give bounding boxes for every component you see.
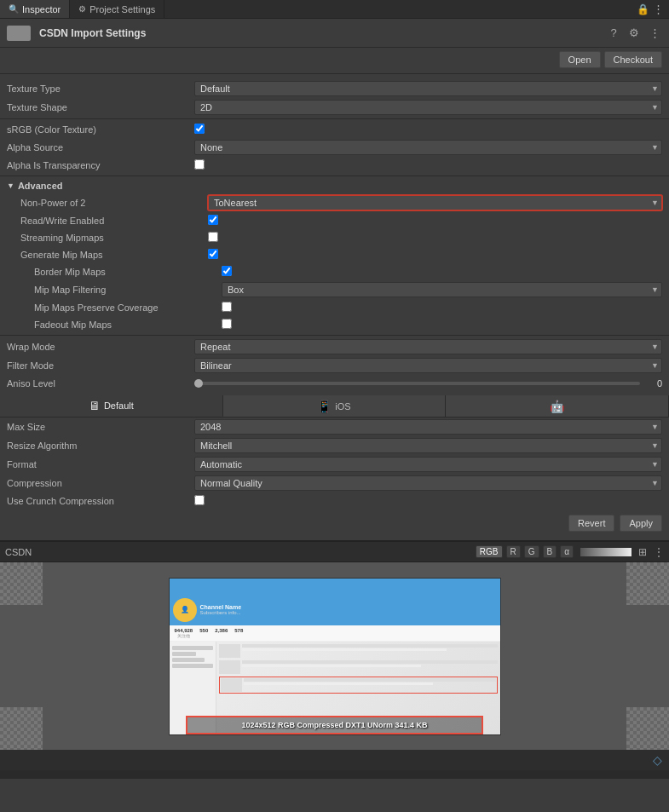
mip-filtering-select[interactable]: Box Kaiser — [222, 282, 662, 297]
stat-3: 2,386 — [215, 628, 228, 638]
mip-filtering-value: Box Kaiser ▼ — [222, 282, 662, 297]
platform-tab-default[interactable]: 🖥 Default — [0, 395, 223, 417]
channel-b-button[interactable]: B — [543, 545, 557, 558]
lock-icon[interactable]: 🔒 — [637, 3, 649, 15]
divider-4 — [0, 335, 669, 336]
preview-toolbar: CSDN RGB R G B α ⊞ ⋮ — [0, 542, 669, 562]
checkout-button[interactable]: Checkout — [604, 51, 662, 68]
checker-corner-br — [626, 707, 669, 750]
alpha-source-row: Alpha Source None Input Texture Alpha Fr… — [0, 138, 669, 157]
border-mip-checkbox[interactable] — [222, 266, 232, 276]
open-button[interactable]: Open — [559, 51, 601, 68]
read-write-row: Read/Write Enabled — [0, 212, 669, 229]
mip-preserve-checkbox[interactable] — [222, 302, 232, 312]
border-mip-row: Border Mip Maps — [0, 263, 669, 280]
alpha-transparency-checkbox-wrap — [194, 159, 662, 172]
border-mip-checkbox-wrap — [222, 266, 662, 279]
filter-mode-select[interactable]: Point (no filter) Bilinear Trilinear — [194, 358, 662, 373]
tab-bar-more-icon[interactable]: ⋮ — [653, 3, 664, 15]
settings-icon[interactable]: ⚙ — [626, 26, 642, 41]
fadeout-mip-checkbox[interactable] — [222, 319, 232, 329]
filter-mode-value: Point (no filter) Bilinear Trilinear ▼ — [194, 358, 662, 373]
stat-1: 944,928 关注他 — [175, 628, 193, 638]
stats-bar: 944,928 关注他 550 2,386 578 — [170, 625, 500, 642]
mip-filtering-row: Mip Map Filtering Box Kaiser ▼ — [0, 280, 669, 299]
resize-algorithm-select[interactable]: Mitchell Bilinear — [194, 438, 662, 453]
streaming-mips-checkbox[interactable] — [208, 232, 218, 242]
checkerboard-icon[interactable]: ⊞ — [638, 546, 647, 558]
streaming-mips-checkbox-wrap — [208, 232, 662, 245]
channel-alpha-button[interactable]: α — [560, 545, 574, 558]
wrap-mode-select[interactable]: Repeat Clamp Mirror Mirror Once — [194, 339, 662, 354]
stat-4: 578 — [234, 628, 243, 638]
alpha-source-value: None Input Texture Alpha From Gray Scale… — [194, 140, 662, 155]
format-label: Format — [7, 459, 194, 469]
alpha-transparency-label: Alpha Is Transparency — [7, 160, 194, 170]
non-power-label: Non-Power of 2 — [20, 198, 208, 208]
platform-tab-android[interactable]: 🤖 — [446, 395, 669, 417]
fadeout-mip-row: Fadeout Mip Maps — [0, 316, 669, 333]
inspector-title: CSDN Import Settings — [39, 27, 601, 39]
max-size-label: Max Size — [7, 422, 194, 432]
generate-mip-checkbox[interactable] — [208, 249, 218, 259]
alpha-source-select[interactable]: None Input Texture Alpha From Gray Scale — [194, 140, 662, 155]
brightness-slider[interactable] — [580, 548, 632, 556]
tab-inspector[interactable]: 🔍 Inspector — [0, 0, 70, 18]
format-row: Format Automatic RGB 24 bit RGBA 32 bit … — [0, 455, 669, 474]
resize-algorithm-value: Mitchell Bilinear ▼ — [194, 438, 662, 453]
platform-default-icon: 🖥 — [89, 399, 101, 412]
mip-preserve-label: Mip Maps Preserve Coverage — [34, 302, 222, 313]
checker-corner-bl — [0, 707, 43, 750]
read-write-checkbox[interactable] — [208, 215, 218, 225]
more-options-icon[interactable]: ⋮ — [647, 26, 662, 41]
preview-bottom: ◇ — [0, 750, 669, 770]
avatar-icon: 👤 — [173, 598, 197, 622]
alpha-transparency-checkbox[interactable] — [194, 159, 205, 170]
help-icon[interactable]: ? — [606, 26, 621, 41]
channel-r-button[interactable]: R — [506, 545, 521, 558]
project-settings-label: Project Settings — [89, 4, 155, 14]
preview-screenshot: 👤 Channel Name Subscribers info... 944,9… — [169, 578, 501, 735]
main-panel: Texture Type Default Normal Map Sprite (… — [0, 76, 669, 540]
srgb-row: sRGB (Color Texture) — [0, 121, 669, 138]
crunch-checkbox[interactable] — [194, 495, 205, 505]
divider-3 — [0, 176, 669, 176]
format-select[interactable]: Automatic RGB 24 bit RGBA 32 bit — [194, 457, 662, 472]
crunch-label: Use Crunch Compression — [7, 496, 194, 506]
apply-button[interactable]: Apply — [620, 515, 662, 532]
aniso-slider-thumb[interactable] — [194, 379, 203, 388]
divider-1 — [0, 73, 669, 74]
preview-more-icon[interactable]: ⋮ — [654, 546, 664, 558]
max-size-select[interactable]: 32 64 128 256 512 1024 2048 4096 8192 — [194, 419, 662, 435]
aniso-level-value: 0 — [194, 378, 662, 389]
streaming-mips-label: Streaming Mipmaps — [20, 233, 208, 243]
compression-value: None Low Quality Normal Quality High Qua… — [194, 475, 662, 491]
read-write-label: Read/Write Enabled — [20, 216, 208, 226]
action-row: Open Checkout — [0, 48, 669, 72]
texture-type-select[interactable]: Default Normal Map Sprite (2D and UI) Cu… — [194, 81, 662, 96]
filter-mode-label: Filter Mode — [7, 360, 194, 371]
checker-corner-tl — [0, 562, 43, 605]
max-size-row: Max Size 32 64 128 256 512 1024 2048 409… — [0, 418, 669, 436]
fadeout-mip-checkbox-wrap — [222, 319, 662, 331]
alpha-transparency-row: Alpha Is Transparency — [0, 157, 669, 174]
wrap-mode-row: Wrap Mode Repeat Clamp Mirror Mirror Onc… — [0, 337, 669, 356]
checker-corner-tr — [626, 562, 669, 605]
texture-shape-select[interactable]: 2D Cube 2D Array 3D — [194, 100, 662, 115]
compression-select[interactable]: None Low Quality Normal Quality High Qua… — [194, 475, 662, 491]
wrap-mode-value: Repeat Clamp Mirror Mirror Once ▼ — [194, 339, 662, 354]
revert-button[interactable]: Revert — [568, 515, 614, 532]
crunch-checkbox-wrap — [194, 495, 662, 508]
advanced-section-header[interactable]: ▼ Advanced — [0, 178, 669, 193]
srgb-checkbox[interactable] — [194, 124, 205, 134]
project-settings-icon: ⚙ — [78, 4, 86, 14]
tab-project-settings[interactable]: ⚙ Project Settings — [70, 0, 164, 18]
platform-tab-ios[interactable]: 📱 iOS — [223, 395, 447, 417]
channel-rgb-button[interactable]: RGB — [476, 545, 503, 558]
inspector-tab-label: Inspector — [22, 4, 61, 14]
crunch-row: Use Crunch Compression — [0, 492, 669, 510]
list-item-highlighted — [219, 677, 498, 694]
channel-g-button[interactable]: G — [524, 545, 539, 558]
non-power-select[interactable]: None ToNearest ToLarger ToSmaller — [208, 195, 662, 210]
advanced-label: Advanced — [18, 181, 63, 191]
